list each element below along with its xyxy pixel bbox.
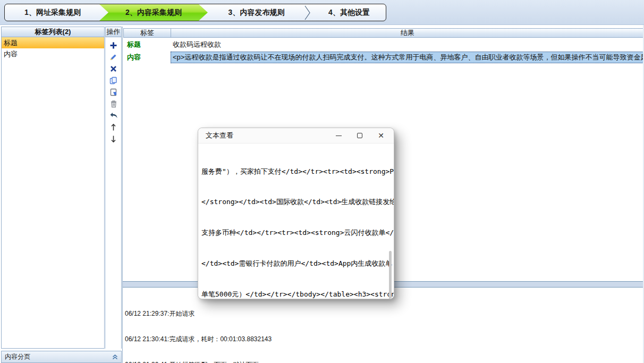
tab-label: 1、网址采集规则 <box>24 8 81 18</box>
dialog-title: 文本查看 <box>198 131 328 140</box>
undo-icon[interactable] <box>108 111 119 120</box>
scrollbar-thumb[interactable] <box>389 251 392 299</box>
close-icon[interactable]: ✕ <box>370 128 392 143</box>
result-table-header: 标签 结果 <box>123 28 644 38</box>
tab-separator-chevron <box>304 5 311 20</box>
tab-label: 3、内容发布规则 <box>228 8 285 18</box>
tab-other-settings[interactable]: 4、其他设置 <box>312 4 386 21</box>
tab-label: 4、其他设置 <box>328 8 370 18</box>
paste-icon[interactable] <box>108 87 119 97</box>
column-header-result: 结果 <box>171 28 644 38</box>
row-tag-label: 标题 <box>123 40 171 49</box>
move-up-icon[interactable] <box>108 122 119 132</box>
dialog-text-content: 服务费"），买家拍下支付</td></tr><tr><td><strong>Pa… <box>201 146 386 299</box>
operations-header: 操作 <box>105 27 122 37</box>
text-viewer-dialog: 文本查看 ✕ 服务费"），买家拍下支付</td></tr><tr><td><st… <box>198 128 394 299</box>
delete-icon[interactable] <box>108 64 119 73</box>
dialog-text-line: 服务费"），买家拍下支付</td></tr><tr><td><strong>Pa… <box>201 166 386 176</box>
table-row[interactable]: 标题 收款码远程收款 <box>123 39 644 50</box>
maximize-icon[interactable] <box>349 128 370 143</box>
dialog-scrollbar[interactable] <box>388 145 393 297</box>
dialog-text-line: 支持多币种</td></tr><tr><td><strong>云闪付收款单</s… <box>201 227 386 238</box>
wizard-tab-bar: 1、网址采集规则 2、内容采集规则 3、内容发布规则 4、其他设置 <box>0 0 644 25</box>
tab-url-collect-rules[interactable]: 1、网址采集规则 <box>5 4 100 21</box>
log-line: 06/12 21:29:37:开始请求 <box>125 309 643 318</box>
row-result-value-selected[interactable]: <p>远程收款是指通过收款码让不在现场的付款人扫码完成支付。这种方式常用于电商、… <box>171 52 644 63</box>
edit-icon[interactable] <box>108 52 119 62</box>
wizard-tabs-container: 1、网址采集规则 2、内容采集规则 3、内容发布规则 4、其他设置 <box>4 4 386 21</box>
tag-list: 标题 内容 <box>1 37 105 349</box>
log-output: 06/12 21:29:37:开始请求 06/12 21:30:41:完成请求，… <box>125 292 643 363</box>
dialog-text-line: </td><td>需银行卡付款的用户</td><td>App内生成收款单（限额 <box>201 258 386 268</box>
list-item-title[interactable]: 标题 <box>2 37 104 48</box>
tag-list-panel: 标签列表(2) 操作 标题 内容 <box>1 27 122 350</box>
tab-content-publish-rules[interactable]: 3、内容发布规则 <box>208 4 305 21</box>
log-line: 06/12 21:30:41:完成请求，耗时：00:01:03.8832143 <box>125 335 643 343</box>
copy-icon[interactable] <box>108 75 119 85</box>
row-tag-label: 内容 <box>123 53 171 62</box>
dialog-title-bar[interactable]: 文本查看 ✕ <box>198 128 394 143</box>
operations-toolbar <box>105 37 122 349</box>
tag-list-header: 标签列表(2) <box>1 27 105 37</box>
column-header-tag: 标签 <box>123 28 171 38</box>
content-pagination-label: 内容分页 <box>5 352 112 361</box>
dialog-text-area[interactable]: 服务费"），买家拍下支付</td></tr><tr><td><strong>Pa… <box>198 143 394 299</box>
dialog-text-line: </strong></td><td>国际收款</td><td>生成收款链接发给对… <box>201 197 386 207</box>
list-item-content[interactable]: 内容 <box>2 48 104 60</box>
dialog-text-line: 单笔5000元）</td></tr></tbody></table><h3><s… <box>201 289 386 299</box>
log-line: 06/12 21:30:41:开始标签匹配，页面：默认页面 <box>125 360 643 363</box>
table-row[interactable]: 内容 <p>远程收款是指通过收款码让不在现场的付款人扫码完成支付。这种方式常用于… <box>123 51 644 64</box>
add-icon[interactable] <box>108 40 119 50</box>
trash-icon[interactable] <box>108 99 119 108</box>
move-down-icon[interactable] <box>108 134 119 143</box>
tab-label: 2、内容采集规则 <box>125 8 182 18</box>
content-pagination-bar[interactable]: 内容分页 <box>1 351 122 363</box>
row-result-value: 收款码远程收款 <box>171 40 644 49</box>
collapse-double-chevron-up-icon[interactable] <box>112 354 118 360</box>
tab-content-collect-rules[interactable]: 2、内容采集规则 <box>99 4 208 21</box>
minimize-icon[interactable] <box>328 128 349 143</box>
